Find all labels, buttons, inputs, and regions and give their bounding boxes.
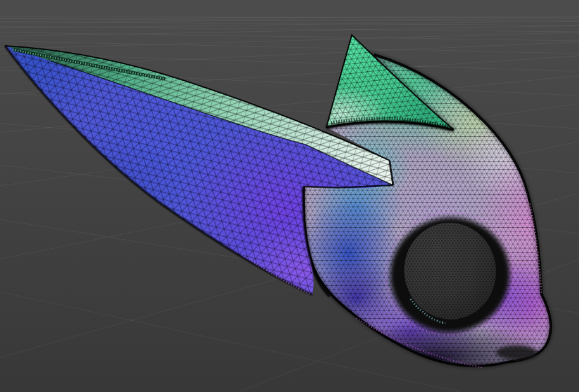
viewport-canvas[interactable] [0,0,579,392]
viewport-3d[interactable] [0,0,579,392]
body-heel-shadow [496,346,537,360]
